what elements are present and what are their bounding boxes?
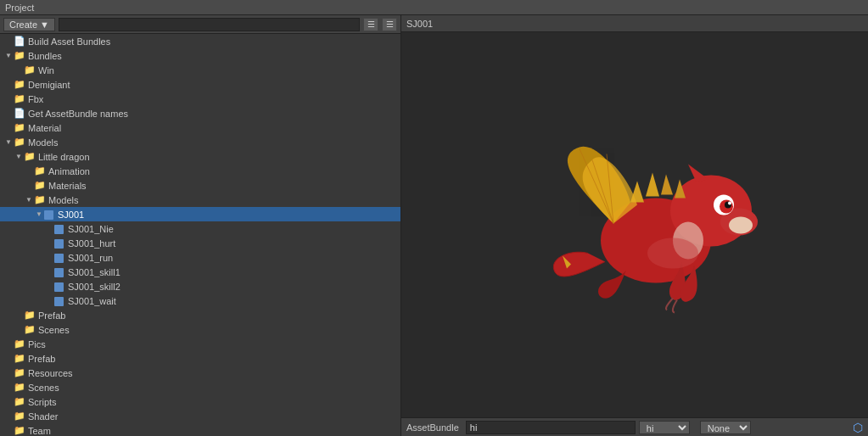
folder-icon-resources: 📁 <box>14 367 25 378</box>
create-button[interactable]: Create ▼ <box>3 18 55 31</box>
tree-item-label-win: Win <box>38 65 54 75</box>
tree-item-label-materials: Materials <box>48 181 87 191</box>
folder-icon-prefab: 📁 <box>14 353 25 364</box>
tree-item-label-prefab-sub: Prefab <box>38 310 65 321</box>
toolbar: Create ▼ ☰ ☰ <box>0 15 400 34</box>
preview-header: SJ001 <box>401 15 868 32</box>
tree-item-resources[interactable]: 📁Resources <box>0 366 400 380</box>
tree-item-prefab-sub[interactable]: 📁Prefab <box>0 308 400 322</box>
tree-item-pics[interactable]: 📁Pics <box>0 337 400 351</box>
tree-item-sj001-run[interactable]: SJ001_run <box>0 250 400 265</box>
preview-area <box>401 32 868 417</box>
svg-marker-11 <box>661 175 673 195</box>
item-icon-get-assetbundle-names: 📄 <box>14 108 25 119</box>
model-icon-sj001-skill2 <box>54 281 65 292</box>
tree-item-label-sj001-skill2: SJ001_skill2 <box>68 282 120 292</box>
search-input[interactable] <box>59 18 360 31</box>
tree-item-fbx[interactable]: 📁Fbx <box>0 92 400 106</box>
folder-icon-materials: 📁 <box>34 180 46 191</box>
svg-point-7 <box>728 202 731 205</box>
model-icon-sj001-skill1 <box>54 266 65 277</box>
expand-arrow-sj001[interactable] <box>34 210 44 220</box>
dragon-svg <box>546 131 783 317</box>
tree-item-sj001-hurt[interactable]: SJ001_hurt <box>0 236 400 250</box>
tree-item-label-sj001-run: SJ001_run <box>68 253 113 263</box>
assetbundle-input[interactable] <box>466 421 636 434</box>
tree-item-scripts[interactable]: 📁Scripts <box>0 394 400 409</box>
tree-item-team[interactable]: 📁Team <box>0 423 400 436</box>
expand-arrow-bundles[interactable] <box>3 51 14 61</box>
tree-item-label-get-assetbundle-names: Get AssetBundle names <box>28 109 128 119</box>
tree-item-win[interactable]: 📁Win <box>0 63 400 77</box>
tree-item-sj001-nie[interactable]: SJ001_Nie <box>0 221 400 236</box>
svg-marker-10 <box>646 173 659 197</box>
toolbar-icon-2[interactable]: ☰ <box>382 18 397 31</box>
tree-item-demigiant[interactable]: 📁Demigiant <box>0 77 400 92</box>
folder-icon-demigiant: 📁 <box>14 79 25 90</box>
tree-item-sj001-skill2[interactable]: SJ001_skill2 <box>0 279 400 293</box>
tree-item-models-sub[interactable]: 📁Models <box>0 193 400 207</box>
tree-item-animation[interactable]: 📁Animation <box>0 164 400 178</box>
tree-item-materials[interactable]: 📁Materials <box>0 178 400 193</box>
folder-icon-team: 📁 <box>14 425 25 436</box>
folder-icon-scripts: 📁 <box>14 396 25 407</box>
none-dropdown[interactable]: None <box>700 421 751 434</box>
tree-item-bundles[interactable]: 📁Bundles <box>0 48 400 63</box>
toolbar-icon-1[interactable]: ☰ <box>363 18 378 31</box>
tree-item-label-sj001-skill1: SJ001_skill1 <box>68 267 120 277</box>
tree-item-label-sj001-wait: SJ001_wait <box>68 296 116 306</box>
tree-item-scenes-sub[interactable]: 📁Scenes <box>0 322 400 337</box>
folder-icon-models-sub: 📁 <box>34 194 46 205</box>
folder-icon-models: 📁 <box>14 137 25 148</box>
expand-arrow-little-dragon[interactable] <box>14 152 24 162</box>
svg-point-18 <box>647 238 698 269</box>
folder-icon-fbx: 📁 <box>14 93 25 104</box>
tree-item-label-sj001-nie: SJ001_Nie <box>68 224 114 234</box>
folder-icon-bundles: 📁 <box>14 50 25 61</box>
tree-item-material[interactable]: 📁Material <box>0 120 400 135</box>
tree-item-sj001-wait[interactable]: SJ001_wait <box>0 293 400 308</box>
svg-point-3 <box>729 217 753 234</box>
model-icon-sj001 <box>44 209 55 220</box>
tree-item-get-assetbundle-names[interactable]: 📄Get AssetBundle names <box>0 106 400 120</box>
tree-item-label-build-asset-bundles: Build Asset Bundles <box>28 36 110 47</box>
tree-item-label-material: Material <box>28 123 61 133</box>
tree-item-label-prefab: Prefab <box>28 354 55 364</box>
bottom-bar: AssetBundle hi None ⬡ <box>401 417 868 436</box>
folder-icon-animation: 📁 <box>34 165 46 176</box>
corner-icon: ⬡ <box>853 421 863 434</box>
expand-arrow-models[interactable] <box>3 137 14 148</box>
tree-item-sj001-skill1[interactable]: SJ001_skill1 <box>0 265 400 279</box>
tree-item-models[interactable]: 📁Models <box>0 135 400 149</box>
tree-item-sj001[interactable]: SJ001 <box>0 207 400 221</box>
tree-item-label-scenes-sub: Scenes <box>38 325 70 335</box>
folder-icon-scenes-sub: 📁 <box>24 324 36 335</box>
model-icon-sj001-run <box>54 252 65 263</box>
tree-item-label-sj001: SJ001 <box>58 210 84 220</box>
tree-item-little-dragon[interactable]: 📁Little dragon <box>0 149 400 164</box>
folder-icon-material: 📁 <box>14 122 25 133</box>
title-bar: Project <box>0 0 868 15</box>
model-icon-sj001-hurt <box>54 238 65 249</box>
tree-item-label-fbx: Fbx <box>28 94 43 104</box>
tree-item-label-pics: Pics <box>28 339 46 349</box>
expand-arrow-models-sub[interactable] <box>24 195 34 205</box>
tree-item-prefab[interactable]: 📁Prefab <box>0 351 400 366</box>
folder-icon-win: 📁 <box>24 64 36 75</box>
folder-icon-pics: 📁 <box>14 338 25 349</box>
title-bar-text: Project <box>5 3 34 13</box>
folder-icon-little-dragon: 📁 <box>24 151 36 162</box>
assetbundle-dropdown[interactable]: hi <box>639 421 690 434</box>
tree-area[interactable]: 📄Build Asset Bundles📁Bundles📁Win📁Demigia… <box>0 34 400 436</box>
main-content: Create ▼ ☰ ☰ 📄Build Asset Bundles📁Bundle… <box>0 15 868 436</box>
assetbundle-label: AssetBundle <box>406 422 459 433</box>
tree-item-build-asset-bundles[interactable]: 📄Build Asset Bundles <box>0 34 400 48</box>
dragon-preview <box>546 131 783 320</box>
tree-item-label-demigiant: Demigiant <box>28 80 70 90</box>
tree-item-label-resources: Resources <box>28 368 73 378</box>
tree-item-label-team: Team <box>28 426 51 436</box>
tree-item-shader[interactable]: 📁Shader <box>0 409 400 423</box>
tree-item-scenes[interactable]: 📁Scenes <box>0 380 400 394</box>
right-panel: SJ001 <box>401 15 868 436</box>
model-icon-sj001-wait <box>54 295 65 306</box>
